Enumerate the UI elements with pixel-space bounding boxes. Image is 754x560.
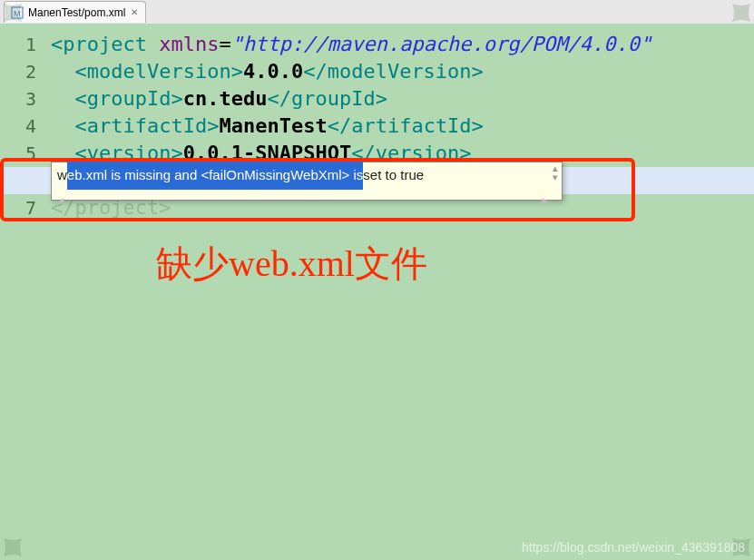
line-number: 7 <box>0 194 47 221</box>
line-number: 1 <box>0 31 47 58</box>
watermark: https://blog.csdn.net/weixin_436391808 <box>522 540 745 555</box>
code-line: <project xmlns="http://maven.apache.org/… <box>47 31 754 58</box>
code-line: <modelVersion>4.0.0</modelVersion> <box>47 58 754 85</box>
tooltip-text-prefix: w <box>57 162 67 189</box>
ornament-icon <box>2 2 24 24</box>
tab-title: ManenTest/pom.xml <box>28 6 125 19</box>
line-number: 3 <box>0 85 47 113</box>
line-number: 4 <box>0 113 47 140</box>
annotation-text: 缺少web.xml文件 <box>156 251 427 278</box>
ornament-icon <box>2 536 24 558</box>
editor-tab[interactable]: M ManenTest/pom.xml ✕ <box>4 1 146 23</box>
line-number: 5 <box>0 140 47 167</box>
tooltip-text-suffix: set to true <box>363 162 424 189</box>
ornament-icon <box>730 2 752 24</box>
close-icon[interactable]: ✕ <box>129 7 140 18</box>
code-editor[interactable]: 1 2 3 4 5 ✕ 6 7 <project xmlns="http://m… <box>0 24 754 560</box>
tooltip-updown-icon[interactable]: ▴▾ <box>553 163 558 182</box>
code-area[interactable]: <project xmlns="http://maven.apache.org/… <box>47 24 754 560</box>
code-line: <groupId>cn.tedu</groupId> <box>47 85 754 113</box>
tooltip-text-highlighted: eb.xml is missing and <failOnMissingWebX… <box>67 161 364 190</box>
line-gutter: 1 2 3 4 5 ✕ 6 7 <box>0 24 47 560</box>
code-line: <artifactId>ManenTest</artifactId> <box>47 113 754 140</box>
editor-tab-bar: M ManenTest/pom.xml ✕ <box>0 0 754 24</box>
error-tooltip[interactable]: web.xml is missing and <failOnMissingWeb… <box>51 162 563 201</box>
line-number: 2 <box>0 58 47 85</box>
